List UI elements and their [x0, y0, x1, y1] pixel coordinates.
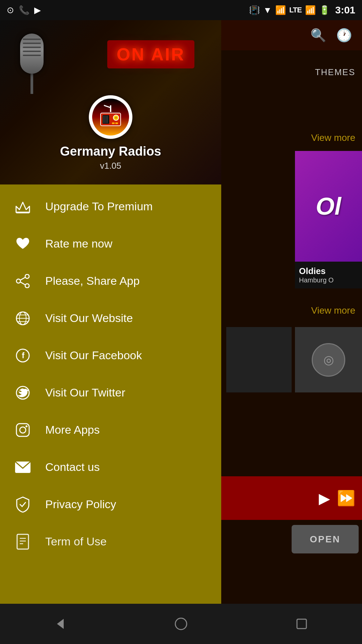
status-left-icons: ⊙ 📞 ▶ [7, 5, 41, 15]
view-more-1[interactable]: View more [311, 132, 355, 143]
lte-icon: LTE [289, 6, 302, 14]
facebook-label: Visit Our Facebook [45, 349, 142, 362]
drawer-menu: Upgrade To Premium Rate me now [0, 184, 221, 644]
oldies-title: Oldies [299, 266, 358, 276]
menu-item-twitter[interactable]: Visit Our Twitter [0, 374, 221, 411]
twitter-svg [15, 385, 31, 400]
mic-coils [20, 39, 44, 56]
website-label: Visit Our Website [45, 312, 133, 325]
coil-1 [23, 39, 41, 40]
menu-item-facebook[interactable]: f Visit Our Facebook [0, 337, 221, 374]
svg-line-18 [20, 282, 25, 285]
drawer-content: ON AIR [0, 20, 221, 644]
shield-icon [13, 495, 32, 514]
status-time: 3:01 [335, 4, 355, 16]
svg-rect-27 [16, 424, 29, 436]
status-right-icons: 📳 ▼ 📶 LTE 📶 🔋 3:01 [249, 4, 355, 16]
player-bar: ▶ ⏩ [211, 476, 362, 520]
mic-head [20, 34, 44, 74]
svg-line-1 [104, 105, 111, 108]
menu-item-terms[interactable]: Term of Use [0, 523, 221, 560]
home-icon [174, 617, 188, 631]
mail-svg [14, 461, 31, 474]
heart-icon [13, 234, 32, 253]
radio-card-oldies[interactable]: Oldies Hamburg O [295, 262, 362, 288]
app-icon [89, 95, 132, 139]
battery-icon: 🔋 [319, 5, 330, 15]
menu-item-upgrade[interactable]: Upgrade To Premium [0, 188, 221, 225]
signal-icon: 📶 [305, 5, 316, 15]
app-icon-inner [92, 99, 129, 136]
coil-5 [23, 55, 41, 56]
phone-icon: 📞 [19, 5, 29, 15]
svg-rect-5 [105, 116, 105, 123]
menu-item-share[interactable]: Please, Share App [0, 262, 221, 300]
share-label: Please, Share App [45, 274, 140, 287]
fast-forward-button[interactable]: ⏩ [337, 489, 355, 507]
radio-thumb-circle: ◎ [312, 343, 345, 377]
instagram-icon [13, 421, 32, 439]
hamburg-subtitle: Hamburg O [299, 276, 358, 284]
nav-back-button[interactable] [47, 610, 74, 637]
nav-home-button[interactable] [168, 610, 194, 637]
play-button[interactable]: ▶ [319, 490, 330, 507]
radio-icon-svg [97, 104, 124, 130]
svg-marker-35 [57, 619, 64, 629]
status-bar: ⊙ 📞 ▶ 📳 ▼ 📶 LTE 📶 🔋 3:01 [0, 0, 362, 20]
menu-item-rate[interactable]: Rate me now [0, 225, 221, 262]
app-version: v1.05 [100, 161, 121, 171]
search-icon[interactable]: 🔍 [310, 28, 326, 43]
menu-item-contact[interactable]: Contact us [0, 448, 221, 486]
coil-3 [23, 47, 41, 48]
upgrade-label: Upgrade To Premium [45, 200, 153, 213]
svg-point-14 [25, 274, 29, 278]
svg-point-15 [25, 284, 29, 288]
globe-svg [15, 311, 31, 326]
svg-rect-4 [103, 116, 104, 123]
nav-recents-button[interactable] [288, 610, 315, 637]
svg-point-28 [20, 427, 26, 433]
privacy-label: Privacy Policy [45, 498, 116, 511]
vibrate-icon: 📳 [249, 5, 260, 15]
back-icon [54, 617, 67, 631]
contact-label: Contact us [45, 461, 100, 474]
navigation-bar [0, 604, 362, 644]
shield-svg [15, 496, 30, 513]
terms-label: Term of Use [45, 535, 107, 548]
radio-thumbnail-2[interactable]: ◎ [295, 327, 362, 392]
svg-rect-31 [17, 534, 28, 549]
globe-icon [13, 309, 32, 327]
open-button-label: OPEN [310, 534, 340, 545]
svg-marker-12 [16, 202, 29, 212]
radio-thumbnail-1[interactable] [226, 327, 292, 392]
themes-label: THEMES [315, 67, 355, 77]
svg-line-17 [20, 277, 25, 280]
open-button[interactable]: OPEN [292, 525, 359, 553]
rate-label: Rate me now [45, 237, 112, 250]
document-icon [13, 532, 32, 551]
drawer: ON AIR [0, 20, 221, 644]
svg-rect-13 [16, 212, 29, 213]
menu-item-privacy[interactable]: Privacy Policy [0, 486, 221, 523]
menu-item-more-apps[interactable]: More Apps [0, 411, 221, 448]
menu-item-website[interactable]: Visit Our Website [0, 300, 221, 337]
instagram-svg [15, 422, 31, 438]
svg-point-9 [115, 117, 117, 119]
drawer-header: ON AIR [0, 20, 221, 184]
coil-2 [23, 43, 41, 44]
mic-stand [31, 74, 33, 94]
radio-signal-icon: ⊙ [7, 5, 14, 15]
crown-svg [14, 200, 31, 214]
clock-icon[interactable]: 🕐 [336, 28, 352, 43]
heart-svg [15, 237, 31, 251]
share-svg [15, 274, 31, 288]
right-toolbar: 🔍 🕐 [211, 20, 362, 50]
svg-point-36 [175, 618, 187, 630]
radio-card-purple[interactable]: Ol [295, 151, 362, 262]
crown-icon [13, 197, 32, 216]
view-more-2[interactable]: View more [311, 305, 355, 316]
wifi-icon: ▼ [263, 5, 272, 15]
document-svg [16, 534, 30, 550]
network-icon: 📶 [275, 5, 286, 15]
twitter-icon [13, 383, 32, 402]
